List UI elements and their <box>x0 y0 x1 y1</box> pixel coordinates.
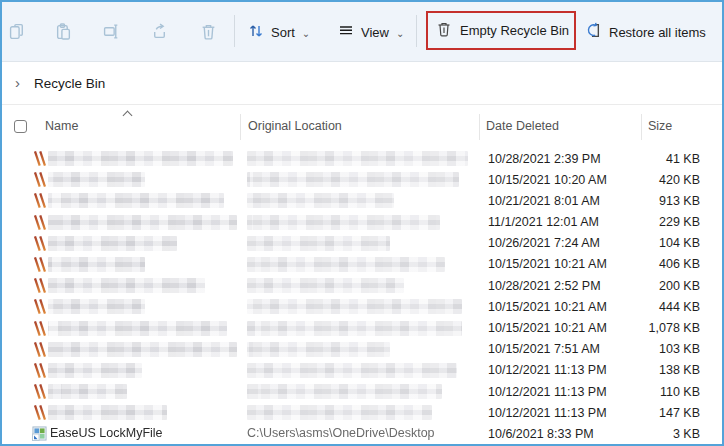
redacted-file-name <box>48 321 227 336</box>
date-deleted-cell: 10/15/2021 7:51 AM <box>488 342 600 356</box>
toolbar-separator <box>416 15 417 47</box>
date-deleted-cell: 10/15/2021 10:20 AM <box>488 173 607 187</box>
date-deleted-cell: 11/1/2021 12:01 AM <box>488 215 599 229</box>
table-row[interactable]: 10/12/2021 11:13 PM 110 KB <box>2 381 722 402</box>
column-header-original-location[interactable]: Original Location <box>248 119 342 133</box>
size-cell: 420 KB <box>659 173 700 187</box>
size-cell: 3 KB <box>673 427 700 441</box>
redacted-file-name <box>48 215 237 230</box>
redacted-file-name <box>48 299 145 314</box>
share-button[interactable] <box>144 18 174 48</box>
restore-all-items-label: Restore all items <box>609 25 706 40</box>
size-cell: 406 KB <box>659 257 700 271</box>
shortcut-app-icon <box>32 426 47 441</box>
date-deleted-cell: 10/28/2021 2:52 PM <box>488 279 601 293</box>
view-icon <box>338 23 354 42</box>
date-deleted-cell: 10/26/2021 7:24 AM <box>488 236 600 250</box>
table-row[interactable]: 10/12/2021 11:13 PM 147 KB <box>2 402 722 423</box>
deleted-file-icon <box>32 215 47 230</box>
date-deleted-cell: 10/12/2021 11:13 PM <box>488 385 607 399</box>
original-location-label: C:\Users\asms\OneDrive\Desktop <box>247 426 435 440</box>
breadcrumb-chevron-icon[interactable]: › <box>15 74 20 91</box>
table-row[interactable]: 10/15/2021 10:21 AM 444 KB <box>2 296 722 317</box>
table-row[interactable]: 11/1/2021 12:01 AM 229 KB <box>2 212 722 233</box>
empty-recycle-bin-highlight: Empty Recycle Bin <box>426 11 576 50</box>
deleted-file-icon <box>32 405 47 420</box>
column-header-date-deleted[interactable]: Date Deleted <box>486 119 559 133</box>
date-deleted-cell: 10/28/2021 2:39 PM <box>488 152 601 166</box>
deleted-file-icon <box>32 172 47 187</box>
recycle-bin-window: Sort ⌄ View ⌄ Empty Recycle Bin Restore <box>0 0 724 446</box>
redacted-file-name <box>48 257 145 272</box>
redacted-file-name <box>48 384 127 399</box>
rename-button[interactable] <box>96 18 126 48</box>
table-row[interactable]: 10/15/2021 10:21 AM 1,078 KB <box>2 318 722 339</box>
table-row[interactable]: 10/28/2021 2:52 PM 200 KB <box>2 275 722 296</box>
size-cell: 913 KB <box>659 194 700 208</box>
redacted-original-location <box>247 193 394 208</box>
table-row[interactable]: 10/12/2021 11:13 PM 138 KB <box>2 360 722 381</box>
redacted-original-location <box>247 342 390 357</box>
redacted-file-name <box>48 151 233 166</box>
redacted-file-name <box>48 193 224 208</box>
column-divider[interactable] <box>479 114 480 140</box>
table-row[interactable]: 10/28/2021 2:39 PM 41 KB <box>2 148 722 169</box>
table-row[interactable]: EaseUS LockMyFile C:\Users\asms\OneDrive… <box>2 423 722 444</box>
date-deleted-cell: 10/12/2021 11:13 PM <box>488 406 607 420</box>
column-divider[interactable] <box>240 114 241 140</box>
deleted-file-icon <box>32 236 47 251</box>
size-cell: 110 KB <box>660 385 700 399</box>
copy-button[interactable] <box>2 18 32 48</box>
size-cell: 1,078 KB <box>649 321 700 335</box>
table-row[interactable]: 10/15/2021 10:21 AM 406 KB <box>2 254 722 275</box>
redacted-file-name <box>48 278 205 293</box>
size-cell: 41 KB <box>666 152 700 166</box>
chevron-down-icon: ⌄ <box>396 28 404 39</box>
redacted-file-name <box>48 405 167 420</box>
table-row[interactable]: 10/26/2021 7:24 AM 104 KB <box>2 233 722 254</box>
trash-icon <box>436 21 452 40</box>
column-header-size[interactable]: Size <box>648 119 672 133</box>
sort-ascending-caret-icon <box>123 111 133 121</box>
breadcrumb-location-label[interactable]: Recycle Bin <box>34 76 105 91</box>
date-deleted-cell: 10/12/2021 11:13 PM <box>488 363 607 377</box>
deleted-file-icon <box>32 299 47 314</box>
date-deleted-cell: 10/21/2021 8:01 AM <box>488 194 600 208</box>
redacted-original-location <box>247 257 445 272</box>
sort-icon <box>248 23 264 42</box>
redacted-file-name <box>48 172 145 187</box>
paste-button[interactable] <box>48 18 78 48</box>
empty-recycle-bin-button[interactable]: Empty Recycle Bin <box>436 16 569 45</box>
table-row[interactable]: 10/15/2021 7:51 AM 103 KB <box>2 339 722 360</box>
redacted-original-location <box>247 278 404 293</box>
chevron-down-icon: ⌄ <box>302 28 310 39</box>
date-deleted-cell: 10/15/2021 10:21 AM <box>488 300 607 314</box>
redacted-original-location <box>247 405 432 420</box>
redacted-original-location <box>247 299 462 314</box>
redacted-file-name <box>48 363 142 378</box>
file-list: 10/28/2021 2:39 PM 41 KB 10/15/2021 10:2… <box>2 148 722 444</box>
delete-button[interactable] <box>193 18 223 48</box>
rename-icon <box>103 23 120 44</box>
column-divider[interactable] <box>641 114 642 140</box>
size-cell: 138 KB <box>659 363 700 377</box>
sort-button[interactable]: Sort ⌄ <box>244 16 314 48</box>
deleted-file-icon <box>32 151 47 166</box>
toolbar-separator <box>234 15 235 47</box>
redacted-original-location <box>247 215 440 230</box>
date-deleted-cell: 10/6/2021 8:33 PM <box>488 427 594 441</box>
share-icon <box>151 23 168 44</box>
restore-all-items-button[interactable]: Restore all items <box>584 16 706 48</box>
restore-icon <box>584 22 601 42</box>
deleted-file-icon <box>32 321 47 336</box>
view-button[interactable]: View ⌄ <box>334 16 408 48</box>
redacted-original-location <box>247 384 442 399</box>
table-row[interactable]: 10/15/2021 10:20 AM 420 KB <box>2 169 722 190</box>
redacted-file-name <box>48 236 177 251</box>
deleted-file-icon <box>32 384 47 399</box>
redacted-file-name <box>48 342 237 357</box>
column-header-name[interactable]: Name <box>45 119 78 133</box>
table-row[interactable]: 10/21/2021 8:01 AM 913 KB <box>2 190 722 211</box>
select-all-checkbox[interactable] <box>14 120 27 133</box>
redacted-original-location <box>247 321 462 336</box>
